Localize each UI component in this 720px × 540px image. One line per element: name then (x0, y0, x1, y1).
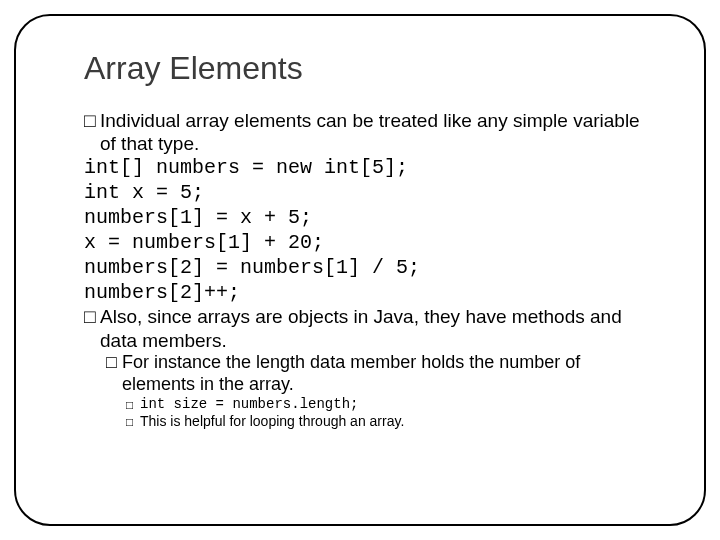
bullet-item: □ Also, since arrays are objects in Java… (84, 305, 648, 351)
code-line: int x = 5; (84, 180, 648, 205)
sub-sub-bullet-item: □ int size = numbers.length; (126, 396, 648, 414)
code-line: numbers[2]++; (84, 280, 648, 305)
sub-sub-bullet-item: □ This is helpful for looping through an… (126, 413, 648, 430)
bullet-glyph: □ (106, 352, 122, 374)
bullet-glyph: □ (84, 109, 100, 132)
bullet-item: □ Individual array elements can be treat… (84, 109, 648, 155)
sub-bullet-item: □ For instance the length data member ho… (106, 352, 648, 396)
code-inline: int size = numbers.length; (140, 396, 648, 414)
bullet-glyph: □ (126, 396, 140, 413)
bullet-text: This is helpful for looping through an a… (140, 413, 648, 430)
slide-title: Array Elements (84, 50, 648, 87)
bullet-glyph: □ (84, 305, 100, 328)
code-line: numbers[2] = numbers[1] / 5; (84, 255, 648, 280)
bullet-glyph: □ (126, 413, 140, 430)
code-line: int[] numbers = new int[5]; (84, 155, 648, 180)
slide-content: Array Elements □ Individual array elemen… (28, 20, 692, 450)
bullet-text: Also, since arrays are objects in Java, … (100, 305, 648, 351)
code-line: x = numbers[1] + 20; (84, 230, 648, 255)
bullet-text: Individual array elements can be treated… (100, 109, 648, 155)
code-line: numbers[1] = x + 5; (84, 205, 648, 230)
slide: Array Elements □ Individual array elemen… (0, 0, 720, 540)
bullet-text: For instance the length data member hold… (122, 352, 648, 396)
